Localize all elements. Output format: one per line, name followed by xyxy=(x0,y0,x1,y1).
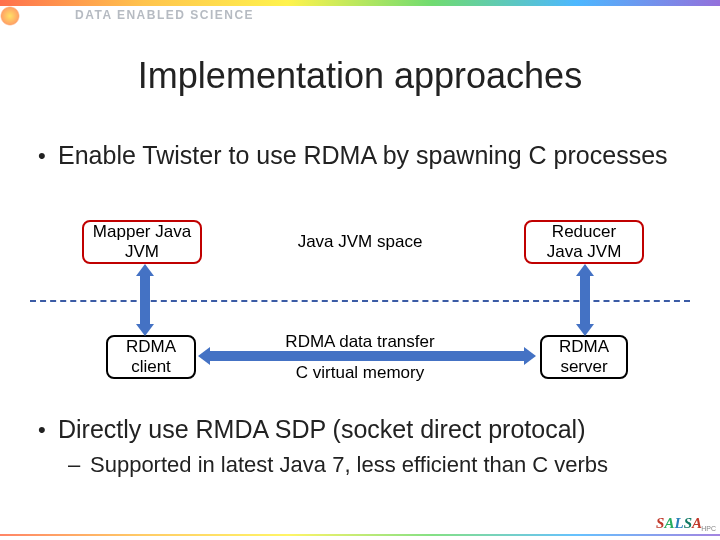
architecture-diagram: Mapper Java JVM Reducer Java JVM Java JV… xyxy=(0,220,720,395)
rdma-transfer-label: RDMA data transfer xyxy=(260,332,460,352)
rdma-client-box: RDMA client xyxy=(106,335,196,379)
rainbow-bottom-bar xyxy=(0,534,720,536)
arrow-mapper-client xyxy=(140,276,150,326)
c-virtual-memory-label: C virtual memory xyxy=(260,363,460,383)
corner-glow-icon xyxy=(0,6,20,26)
bullet-enable-twister-text: Enable Twister to use RDMA by spawning C… xyxy=(58,140,680,171)
subbullet-java7-text: Supported in latest Java 7, less efficie… xyxy=(90,452,692,478)
mapper-jvm-label: Mapper Java JVM xyxy=(90,222,194,261)
arrow-mapper-client-head-up xyxy=(136,264,154,276)
reducer-jvm-box: Reducer Java JVM xyxy=(524,220,644,264)
mapper-jvm-box: Mapper Java JVM xyxy=(82,220,202,264)
jvm-c-divider xyxy=(30,300,690,302)
arrow-mapper-client-head-down xyxy=(136,324,154,336)
rdma-server-label: RDMA server xyxy=(548,337,620,376)
bullet-rdma-sdp: Directly use RMDA SDP (socket direct pro… xyxy=(40,415,690,444)
bullet-enable-twister: Enable Twister to use RDMA by spawning C… xyxy=(40,140,680,171)
rdma-client-label: RDMA client xyxy=(114,337,188,376)
salsa-sublabel: HPC xyxy=(701,525,716,532)
subbullet-java7: Supported in latest Java 7, less efficie… xyxy=(72,452,692,478)
arrow-reducer-server xyxy=(580,276,590,326)
arrow-client-server-head-left xyxy=(198,347,210,365)
arrow-client-server xyxy=(210,351,526,361)
brand-text: Data Enabled Science xyxy=(75,8,254,22)
rdma-server-box: RDMA server xyxy=(540,335,628,379)
slide-title: Implementation approaches xyxy=(0,55,720,97)
reducer-jvm-label: Reducer Java JVM xyxy=(532,222,636,261)
rainbow-top-bar xyxy=(0,0,720,6)
salsa-logo: SALSA xyxy=(656,515,702,532)
jvm-space-label: Java JVM space xyxy=(260,232,460,252)
arrow-reducer-server-head-down xyxy=(576,324,594,336)
bullet-rdma-sdp-text: Directly use RMDA SDP (socket direct pro… xyxy=(58,415,690,444)
arrow-reducer-server-head-up xyxy=(576,264,594,276)
arrow-client-server-head-right xyxy=(524,347,536,365)
